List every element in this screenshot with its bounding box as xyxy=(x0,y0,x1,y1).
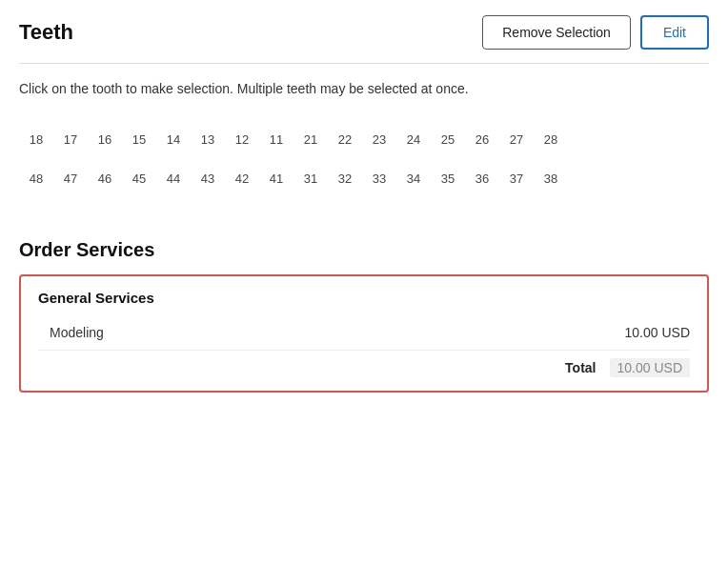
tooth-16[interactable]: 16 xyxy=(88,129,122,151)
tooth-42[interactable]: 42 xyxy=(225,168,259,190)
edit-button[interactable]: Edit xyxy=(640,15,709,50)
tooth-47[interactable]: 47 xyxy=(53,168,88,190)
tooth-22[interactable]: 22 xyxy=(328,129,362,151)
tooth-35[interactable]: 35 xyxy=(431,168,465,190)
tooth-27[interactable]: 27 xyxy=(499,129,534,151)
page-container: Teeth Remove Selection Edit Click on the… xyxy=(0,0,728,412)
tooth-32[interactable]: 32 xyxy=(328,168,362,190)
tooth-38[interactable]: 38 xyxy=(534,168,568,190)
order-services-section: Order Services General Services Modeling… xyxy=(19,239,709,393)
tooth-13[interactable]: 13 xyxy=(191,129,225,151)
tooth-21[interactable]: 21 xyxy=(293,129,328,151)
remove-selection-button[interactable]: Remove Selection xyxy=(482,15,631,50)
header-buttons: Remove Selection Edit xyxy=(482,15,709,50)
service-name: Modeling xyxy=(50,325,104,340)
teeth-section: 18171615141312112122232425262728 4847464… xyxy=(19,119,709,216)
tooth-15[interactable]: 15 xyxy=(122,129,156,151)
tooth-46[interactable]: 46 xyxy=(88,168,122,190)
tooth-28[interactable]: 28 xyxy=(534,129,568,151)
tooth-45[interactable]: 45 xyxy=(122,168,156,190)
teeth-row-lower: 48474645444342413132333435363738 xyxy=(19,168,709,190)
service-item: Modeling 10.00 USD xyxy=(38,319,690,350)
tooth-34[interactable]: 34 xyxy=(396,168,431,190)
header-row: Teeth Remove Selection Edit xyxy=(19,15,709,64)
tooth-48[interactable]: 48 xyxy=(19,168,53,190)
tooth-26[interactable]: 26 xyxy=(465,129,499,151)
services-list: Modeling 10.00 USD xyxy=(38,319,690,350)
tooth-14[interactable]: 14 xyxy=(156,129,191,151)
tooth-18[interactable]: 18 xyxy=(19,129,53,151)
tooth-31[interactable]: 31 xyxy=(293,168,328,190)
services-box: General Services Modeling 10.00 USD Tota… xyxy=(19,274,709,393)
service-price: 10.00 USD xyxy=(625,325,690,340)
tooth-17[interactable]: 17 xyxy=(53,129,88,151)
tooth-41[interactable]: 41 xyxy=(259,168,293,190)
instructions-text: Click on the tooth to make selection. Mu… xyxy=(19,77,709,100)
order-services-title: Order Services xyxy=(19,239,709,261)
teeth-row-upper: 18171615141312112122232425262728 xyxy=(19,129,709,151)
tooth-33[interactable]: 33 xyxy=(362,168,396,190)
tooth-36[interactable]: 36 xyxy=(465,168,499,190)
tooth-37[interactable]: 37 xyxy=(499,168,534,190)
tooth-44[interactable]: 44 xyxy=(156,168,191,190)
page-title: Teeth xyxy=(19,20,73,45)
tooth-12[interactable]: 12 xyxy=(225,129,259,151)
tooth-25[interactable]: 25 xyxy=(431,129,465,151)
total-value: 10.00 USD xyxy=(610,358,690,377)
tooth-43[interactable]: 43 xyxy=(191,168,225,190)
general-services-label: General Services xyxy=(38,290,690,306)
tooth-11[interactable]: 11 xyxy=(259,129,293,151)
tooth-23[interactable]: 23 xyxy=(362,129,396,151)
total-row: Total 10.00 USD xyxy=(38,350,690,381)
tooth-24[interactable]: 24 xyxy=(396,129,431,151)
total-label: Total xyxy=(565,360,596,375)
